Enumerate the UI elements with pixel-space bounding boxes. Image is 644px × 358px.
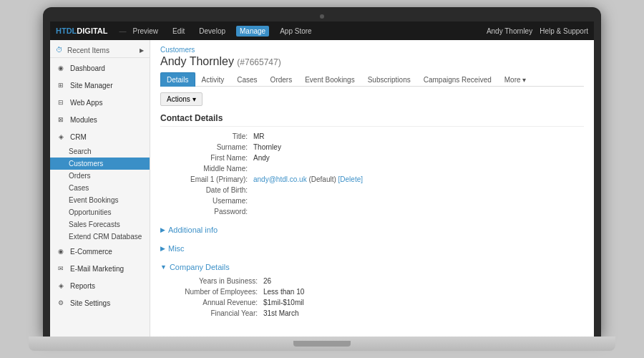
field-label-financialyear: Financial Year: [170, 309, 263, 317]
sidebar-item-webapps[interactable]: ⊟ Web Apps [50, 94, 150, 111]
sidebar-subitem-customers[interactable]: Customers [50, 158, 150, 170]
form-row-employees: Number of Employees: Less than 10 [170, 288, 584, 296]
field-value-yearsinbusiness: 26 [263, 277, 271, 285]
field-label-revenue: Annual Revenue: [170, 299, 263, 306]
nav-manage[interactable]: Manage [236, 26, 269, 37]
additional-header[interactable]: ▶ Additional info [160, 223, 584, 237]
company-form: Years in Business: 26 Number of Employee… [170, 277, 584, 317]
top-nav-links: Preview Edit Develop Manage App Store [130, 26, 487, 37]
sidebar-item-reports[interactable]: ◈ Reports [50, 277, 150, 294]
field-label-dob: Date of Birth: [160, 186, 253, 194]
misc-arrow-icon: ▶ [160, 245, 165, 252]
form-row-email: Email 1 (Primary): andy@htdl.co.uk (Defa… [160, 175, 584, 183]
nav-develop[interactable]: Develop [195, 26, 229, 37]
customer-name: Andy Thornley [160, 55, 234, 67]
company-content: Years in Business: 26 Number of Employee… [160, 274, 584, 327]
contact-form: Title: MR Surname: Thornley First Name: … [160, 132, 584, 216]
modules-icon: ⊠ [56, 115, 66, 125]
sidebar-item-dashboard[interactable]: ◉ Dashboard [50, 59, 150, 77]
sidebar-label-ecommerce: E-Commerce [70, 248, 112, 256]
sidebar-item-emailmarketing[interactable]: ✉ E-Mail Marketing [50, 260, 150, 277]
field-label-surname: Surname: [160, 143, 253, 151]
field-label-middlename: Middle Name: [160, 165, 253, 173]
additional-arrow-icon: ▶ [160, 226, 165, 233]
misc-header[interactable]: ▶ Misc [160, 241, 584, 256]
sidebar-item-sitemanager[interactable]: ⊞ Site Manager [50, 77, 150, 94]
nav-appstore[interactable]: App Store [276, 26, 315, 37]
sidebar-label-webapps: Web Apps [70, 99, 102, 107]
form-row-password: Password: [160, 208, 584, 216]
emailmarketing-icon: ✉ [56, 263, 66, 274]
tab-subscriptions[interactable]: Subscriptions [361, 72, 417, 87]
field-label-password: Password: [160, 208, 253, 216]
content-area: Customers Andy Thornley (#7665747) Detai… [150, 40, 594, 337]
sidebar-subitem-salesforecasts[interactable]: Sales Forecasts [50, 218, 150, 231]
sidebar-label-dashboard: Dashboard [70, 64, 105, 72]
field-value-employees: Less than 10 [263, 288, 304, 296]
tab-cases[interactable]: Cases [230, 72, 263, 87]
tab-details[interactable]: Details [160, 72, 195, 87]
sidebar-subitem-opportunities[interactable]: Opportunities [50, 206, 150, 218]
company-section: ▼ Company Details Years in Business: 26 [160, 260, 584, 327]
form-row-title: Title: MR [160, 132, 584, 140]
additional-title: Additional info [168, 226, 218, 234]
nav-preview[interactable]: Preview [130, 26, 162, 37]
nav-user[interactable]: Andy Thornley [487, 27, 532, 35]
nav-edit[interactable]: Edit [169, 26, 188, 37]
customer-id: (#7665747) [237, 57, 280, 67]
tab-orders[interactable]: Orders [264, 72, 299, 87]
breadcrumb[interactable]: Customers [160, 46, 584, 54]
sidebar: ⏱ Recent Items ▶ ◉ Dashboard ⊞ Site Mana… [50, 40, 150, 337]
field-label-title: Title: [160, 132, 253, 140]
top-nav-right: Andy Thornley Help & Support [487, 27, 588, 35]
sidebar-subitem-search[interactable]: Search [50, 145, 150, 158]
company-header[interactable]: ▼ Company Details [160, 260, 584, 274]
additional-section: ▶ Additional info [160, 223, 584, 237]
misc-title: Misc [168, 244, 185, 253]
actions-button[interactable]: Actions ▾ [160, 92, 203, 106]
dashboard-icon: ◉ [56, 63, 66, 73]
contact-section-title: Contact Details [160, 113, 584, 127]
main-area: ⏱ Recent Items ▶ ◉ Dashboard ⊞ Site Mana… [50, 40, 594, 337]
form-row-financialyear: Financial Year: 31st March [170, 309, 584, 317]
sidebar-subitem-eventbookings[interactable]: Event Bookings [50, 194, 150, 206]
sidebar-item-sitesettings[interactable]: ⚙ Site Settings [50, 294, 150, 311]
sidebar-subitem-orders[interactable]: Orders [50, 170, 150, 182]
laptop-notch [293, 341, 351, 347]
sitesettings-icon: ⚙ [56, 298, 66, 308]
form-row-revenue: Annual Revenue: $1mil-$10mil [170, 299, 584, 306]
nav-separator: — [119, 27, 127, 35]
form-row-firstname: First Name: Andy [160, 154, 584, 162]
sidebar-label-modules: Modules [70, 116, 97, 124]
top-nav: HTDLDIGITAL — Preview Edit Develop Manag… [50, 21, 594, 40]
logo-htdl: HTDL [56, 26, 77, 35]
sidebar-subitem-cases[interactable]: Cases [50, 182, 150, 194]
company-title: Company Details [170, 263, 230, 271]
tab-activity[interactable]: Activity [195, 72, 231, 87]
email-link[interactable]: andy@htdl.co.uk [253, 175, 307, 183]
sidebar-item-modules[interactable]: ⊠ Modules [50, 111, 150, 128]
webapps-icon: ⊟ [56, 97, 66, 107]
tab-campaignsreceived[interactable]: Campaigns Received [417, 72, 498, 87]
sidebar-label-reports: Reports [70, 282, 95, 290]
crm-icon: ◈ [56, 132, 66, 142]
sidebar-label-emailmarketing: E-Mail Marketing [70, 265, 124, 273]
nav-help[interactable]: Help & Support [540, 27, 588, 35]
tab-bar: Details Activity Cases Orders Event Book… [160, 72, 584, 87]
page-title: Andy Thornley (#7665747) [160, 55, 584, 68]
sidebar-recent-items[interactable]: ⏱ Recent Items ▶ [50, 43, 150, 58]
field-value-firstname: Andy [253, 154, 270, 162]
tab-eventbookings[interactable]: Event Bookings [298, 72, 361, 87]
form-row-yearsinbusiness: Years in Business: 26 [170, 277, 584, 285]
form-row-middlename: Middle Name: [160, 165, 584, 173]
field-label-employees: Number of Employees: [170, 288, 263, 296]
field-value-title: MR [253, 132, 265, 140]
sidebar-item-ecommerce[interactable]: ◉ E-Commerce [50, 243, 150, 260]
sidebar-item-crm[interactable]: ◈ CRM [50, 128, 150, 145]
laptop-screen: HTDLDIGITAL — Preview Edit Develop Manag… [50, 21, 594, 337]
email-delete[interactable]: [Delete] [338, 175, 363, 183]
sidebar-subitem-extendcrm[interactable]: Extend CRM Database [50, 231, 150, 243]
tab-more[interactable]: More ▾ [498, 72, 533, 87]
reports-icon: ◈ [56, 281, 66, 291]
form-row-dob: Date of Birth: [160, 186, 584, 194]
